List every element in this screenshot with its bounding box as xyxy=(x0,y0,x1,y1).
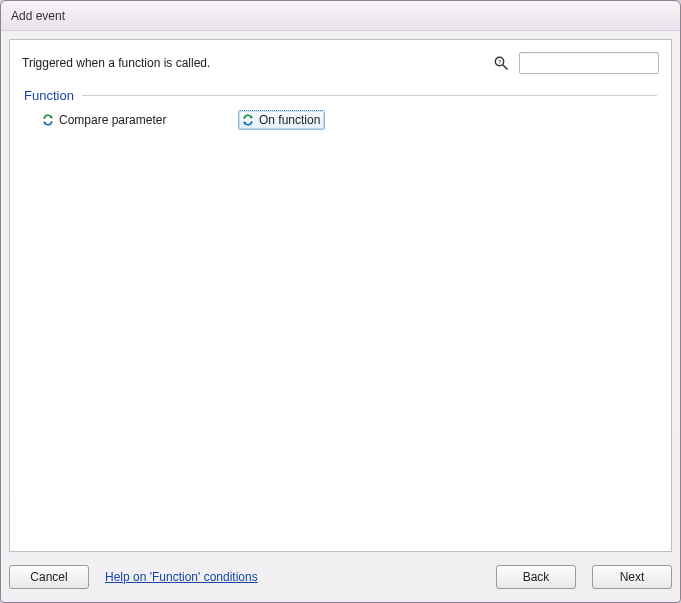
condition-label: Compare parameter xyxy=(59,113,166,127)
next-button[interactable]: Next xyxy=(592,565,672,589)
section-rule xyxy=(82,95,657,96)
cycle-icon xyxy=(241,113,255,127)
condition-list: Compare parameter On function xyxy=(24,104,657,130)
search-icon: ? xyxy=(493,55,509,71)
help-link[interactable]: Help on 'Function' conditions xyxy=(105,570,258,584)
titlebar[interactable]: Add event xyxy=(1,1,680,31)
section-title: Function xyxy=(24,88,82,103)
search-input[interactable] xyxy=(519,52,659,74)
back-button[interactable]: Back xyxy=(496,565,576,589)
cycle-icon xyxy=(41,113,55,127)
condition-label: On function xyxy=(259,113,320,127)
dialog-body: Triggered when a function is called. ? F… xyxy=(9,39,672,552)
section-function: Function Compare parameter xyxy=(10,86,671,130)
condition-on-function[interactable]: On function xyxy=(238,110,325,130)
header-row: Triggered when a function is called. ? xyxy=(10,40,671,82)
window-title: Add event xyxy=(11,9,65,23)
condition-compare-parameter[interactable]: Compare parameter xyxy=(38,110,171,130)
svg-text:?: ? xyxy=(498,59,502,65)
svg-line-1 xyxy=(503,65,507,69)
description-text: Triggered when a function is called. xyxy=(22,56,483,70)
dialog-window: Add event Triggered when a function is c… xyxy=(0,0,681,603)
cancel-button[interactable]: Cancel xyxy=(9,565,89,589)
section-header: Function xyxy=(24,86,657,104)
footer: Cancel Help on 'Function' conditions Bac… xyxy=(9,560,672,594)
